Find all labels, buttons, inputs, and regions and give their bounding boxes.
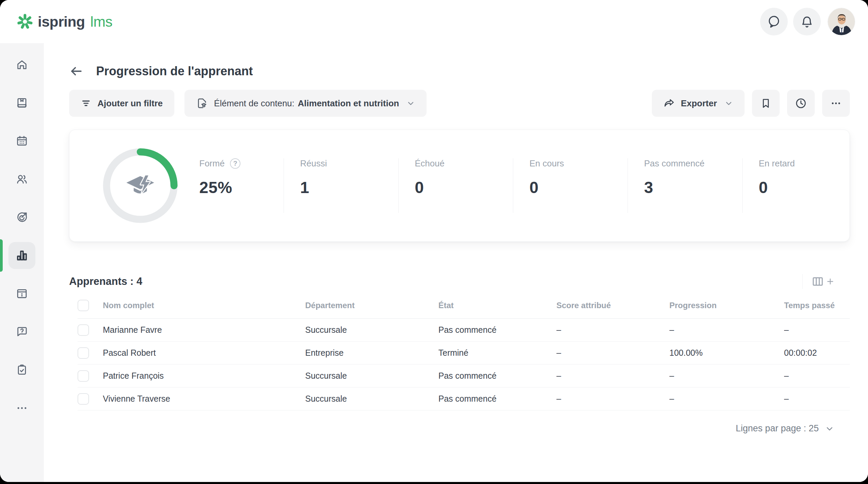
ellipsis-icon bbox=[16, 402, 28, 414]
add-filter-button[interactable]: Ajouter un filtre bbox=[69, 90, 174, 117]
row-checkbox[interactable] bbox=[78, 393, 89, 405]
bookmark-button[interactable] bbox=[752, 90, 780, 117]
main-content: Progression de l'apprenant Ajouter un fi… bbox=[44, 43, 868, 482]
row-checkbox[interactable] bbox=[78, 347, 89, 359]
graduation-cap-bolt-icon bbox=[102, 147, 179, 224]
cell-department: Succursale bbox=[305, 394, 438, 404]
column-header-time[interactable]: Temps passé bbox=[784, 301, 850, 310]
sidebar-item-reports[interactable] bbox=[8, 242, 35, 269]
page-title: Progression de l'apprenant bbox=[96, 64, 253, 78]
filter-icon bbox=[81, 98, 91, 109]
cell-state: Terminé bbox=[438, 348, 556, 358]
table-row[interactable]: Patrice François Succursale Pas commencé… bbox=[78, 365, 850, 387]
messages-button[interactable] bbox=[760, 8, 788, 35]
row-checkbox[interactable] bbox=[78, 324, 89, 336]
column-header-name[interactable]: Nom complet bbox=[103, 301, 305, 310]
cell-time: 00:00:02 bbox=[784, 348, 850, 358]
stat-label: En cours bbox=[529, 158, 564, 169]
help-icon[interactable] bbox=[230, 158, 240, 169]
table-row[interactable]: Vivienne Traverse Succursale Pas commenc… bbox=[78, 387, 850, 410]
question-bubble-icon bbox=[16, 326, 28, 338]
stat-passed: Réussi 1 bbox=[284, 158, 398, 213]
stat-label: Échoué bbox=[415, 158, 444, 169]
bar-chart-icon bbox=[16, 249, 28, 262]
cell-progress: – bbox=[669, 371, 784, 381]
sidebar-item-courses[interactable] bbox=[8, 89, 35, 116]
content-filter-value: Alimentation et nutrition bbox=[298, 98, 399, 109]
learners-table: Nom complet Département État Score attri… bbox=[78, 292, 850, 410]
stat-trained: Formé 25% bbox=[199, 158, 284, 213]
sidebar-item-tasks[interactable] bbox=[8, 356, 35, 383]
chevron-down-icon bbox=[724, 99, 733, 108]
stat-value: 0 bbox=[529, 178, 628, 197]
topbar-actions bbox=[760, 8, 855, 35]
cell-name: Patrice François bbox=[103, 371, 305, 381]
chat-icon bbox=[767, 15, 781, 28]
more-actions-button[interactable] bbox=[822, 90, 850, 117]
avatar[interactable] bbox=[828, 8, 855, 35]
cell-time: – bbox=[784, 394, 850, 404]
filter-toolbar: Ajouter un filtre Élément de contenu: bbox=[69, 90, 850, 117]
calendar-icon bbox=[16, 135, 28, 147]
cell-state: Pas commencé bbox=[438, 325, 556, 335]
sidebar-item-info[interactable] bbox=[8, 280, 35, 307]
stat-trained-value: 25% bbox=[199, 178, 284, 197]
stat-not-started: Pas commencé 3 bbox=[628, 158, 742, 213]
overview-stats: Formé 25% Réussi 1 Échoué 0 En cou bbox=[199, 130, 849, 241]
stat-value: 1 bbox=[300, 178, 398, 197]
sidebar bbox=[0, 43, 44, 482]
sidebar-item-support[interactable] bbox=[8, 318, 35, 345]
stat-overdue: En retard 0 bbox=[742, 158, 849, 213]
overview-card: Formé 25% Réussi 1 Échoué 0 En cou bbox=[69, 130, 850, 242]
column-header-state[interactable]: État bbox=[438, 301, 556, 310]
stat-trained-label: Formé bbox=[199, 158, 225, 169]
cell-state: Pas commencé bbox=[438, 371, 556, 381]
cell-name: Pascal Robert bbox=[103, 348, 305, 358]
back-button[interactable] bbox=[69, 64, 83, 78]
bell-icon bbox=[800, 15, 814, 28]
column-header-score[interactable]: Score attribué bbox=[556, 301, 669, 310]
content-filter-prefix: Élément de contenu: bbox=[214, 98, 295, 109]
stat-label: Réussi bbox=[300, 158, 327, 169]
content-item-icon bbox=[196, 97, 208, 109]
history-button[interactable] bbox=[787, 90, 815, 117]
content-item-filter-button[interactable]: Élément de contenu: Alimentation et nutr… bbox=[184, 90, 427, 117]
rows-per-page-select[interactable]: Lignes par page : 25 bbox=[69, 423, 834, 434]
sidebar-item-goals[interactable] bbox=[8, 204, 35, 231]
row-checkbox[interactable] bbox=[78, 370, 89, 382]
notifications-button[interactable] bbox=[793, 8, 821, 35]
sidebar-item-home[interactable] bbox=[8, 51, 35, 78]
sidebar-item-more[interactable] bbox=[8, 395, 35, 422]
sidebar-item-calendar[interactable] bbox=[8, 128, 35, 155]
title-row: Progression de l'apprenant bbox=[69, 64, 850, 78]
export-button[interactable]: Exporter bbox=[652, 90, 745, 117]
arrow-left-icon bbox=[69, 64, 83, 78]
stat-failed: Échoué 0 bbox=[398, 158, 513, 213]
top-header: ispringlms bbox=[0, 0, 868, 43]
cell-score: – bbox=[556, 394, 669, 404]
cell-score: – bbox=[556, 371, 669, 381]
select-all-checkbox[interactable] bbox=[78, 300, 89, 311]
cell-progress: 100.00% bbox=[669, 348, 784, 358]
chevron-down-icon bbox=[825, 424, 834, 433]
clipboard-check-icon bbox=[16, 364, 28, 376]
cell-department: Succursale bbox=[305, 325, 438, 335]
table-header-row: Nom complet Département État Score attri… bbox=[78, 292, 850, 319]
rows-per-page-label: Lignes par page : 25 bbox=[736, 423, 819, 434]
cell-time: – bbox=[784, 371, 850, 381]
cell-department: Succursale bbox=[305, 371, 438, 381]
toolbar-right: Exporter bbox=[652, 90, 850, 117]
table-row[interactable]: Marianne Favre Succursale Pas commencé –… bbox=[78, 319, 850, 342]
sidebar-item-users[interactable] bbox=[8, 166, 35, 193]
cell-department: Entreprise bbox=[305, 348, 438, 358]
column-header-progress[interactable]: Progression bbox=[669, 301, 784, 310]
column-header-department[interactable]: Département bbox=[305, 301, 438, 310]
plus-icon bbox=[826, 277, 834, 286]
cell-time: – bbox=[784, 325, 850, 335]
cell-score: – bbox=[556, 325, 669, 335]
bookmark-icon bbox=[760, 98, 772, 109]
table-row[interactable]: Pascal Robert Entreprise Terminé – 100.0… bbox=[78, 342, 850, 365]
manage-columns-button[interactable] bbox=[811, 275, 834, 288]
ispring-logo[interactable]: ispringlms bbox=[17, 14, 112, 30]
app-shell: Progression de l'apprenant Ajouter un fi… bbox=[0, 43, 868, 482]
